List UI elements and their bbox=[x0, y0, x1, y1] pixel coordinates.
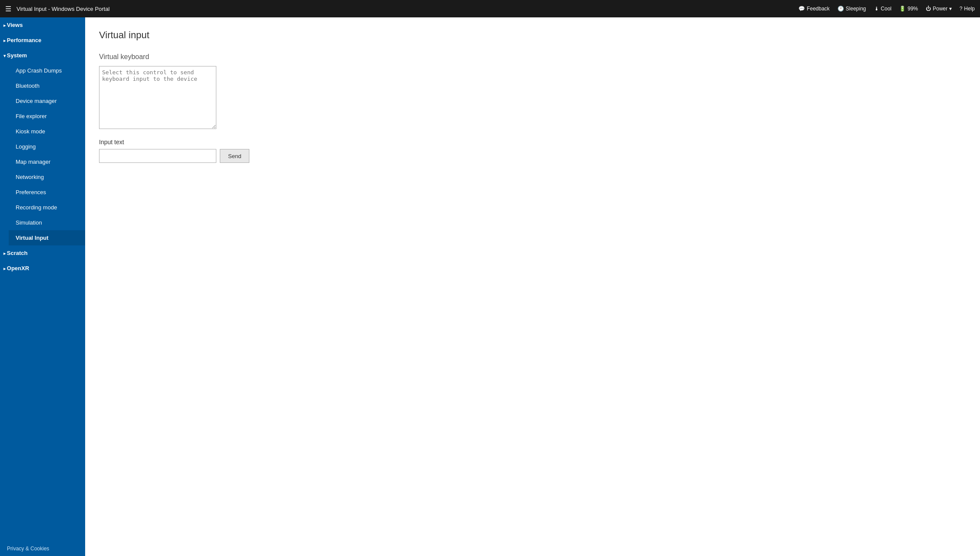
sidebar-item-preferences[interactable]: Preferences bbox=[9, 185, 85, 200]
sidebar-item-simulation[interactable]: Simulation bbox=[9, 215, 85, 230]
help-action[interactable]: ? Help bbox=[960, 6, 975, 12]
sidebar-item-recording-mode[interactable]: Recording mode bbox=[9, 200, 85, 215]
input-text-field[interactable] bbox=[99, 149, 216, 163]
sleeping-action[interactable]: 🕐 Sleeping bbox=[838, 6, 866, 12]
hamburger-menu[interactable]: ☰ bbox=[5, 5, 11, 13]
sleeping-label: Sleeping bbox=[846, 6, 866, 12]
cool-action[interactable]: 🌡 Cool bbox=[874, 6, 892, 12]
cool-label: Cool bbox=[881, 6, 892, 12]
input-text-row: Send bbox=[99, 149, 966, 163]
sidebar-item-file-explorer[interactable]: File explorer bbox=[9, 109, 85, 124]
sidebar-item-logging[interactable]: Logging bbox=[9, 139, 85, 154]
sidebar-item-views[interactable]: Views bbox=[0, 17, 85, 33]
sidebar-item-scratch[interactable]: Scratch bbox=[0, 245, 85, 261]
sleeping-icon: 🕐 bbox=[838, 6, 844, 12]
main-content: Virtual input Virtual keyboard Input tex… bbox=[85, 17, 980, 556]
virtual-keyboard-textarea[interactable] bbox=[99, 66, 216, 129]
sidebar-item-virtual-input[interactable]: Virtual Input bbox=[9, 230, 85, 245]
sidebar: ◀ Views Performance System App Crash Dum… bbox=[0, 17, 85, 556]
sidebar-item-system[interactable]: System bbox=[0, 48, 85, 63]
cool-icon: 🌡 bbox=[874, 6, 879, 12]
main-layout: ◀ Views Performance System App Crash Dum… bbox=[0, 17, 980, 556]
sidebar-collapse-button[interactable]: ◀ bbox=[83, 22, 85, 34]
power-icon: ⏻ bbox=[926, 6, 931, 12]
sidebar-item-device-manager[interactable]: Device manager bbox=[9, 93, 85, 109]
feedback-icon: 💬 bbox=[798, 6, 805, 12]
sidebar-item-app-crash-dumps[interactable]: App Crash Dumps bbox=[9, 63, 85, 78]
input-text-label: Input text bbox=[99, 139, 966, 146]
power-action[interactable]: ⏻ Power ▾ bbox=[926, 6, 951, 12]
sidebar-system-subitems: App Crash Dumps Bluetooth Device manager… bbox=[0, 63, 85, 245]
battery-label: 99% bbox=[907, 6, 918, 12]
feedback-action[interactable]: 💬 Feedback bbox=[798, 6, 830, 12]
sidebar-item-openxr[interactable]: OpenXR bbox=[0, 261, 85, 276]
virtual-keyboard-title: Virtual keyboard bbox=[99, 53, 966, 61]
titlebar-actions: 💬 Feedback 🕐 Sleeping 🌡 Cool 🔋 99% ⏻ Pow… bbox=[798, 6, 975, 12]
sidebar-item-performance[interactable]: Performance bbox=[0, 33, 85, 48]
feedback-label: Feedback bbox=[807, 6, 830, 12]
power-label: Power ▾ bbox=[933, 6, 951, 12]
battery-action[interactable]: 🔋 99% bbox=[899, 6, 918, 12]
sidebar-item-kiosk-mode[interactable]: Kiosk mode bbox=[9, 124, 85, 139]
help-label: Help bbox=[964, 6, 975, 12]
send-button[interactable]: Send bbox=[220, 149, 249, 163]
sidebar-item-bluetooth[interactable]: Bluetooth bbox=[9, 78, 85, 93]
page-title: Virtual input bbox=[99, 30, 966, 41]
sidebar-privacy-cookies[interactable]: Privacy & Cookies bbox=[0, 541, 85, 556]
battery-icon: 🔋 bbox=[899, 6, 906, 12]
sidebar-item-networking[interactable]: Networking bbox=[9, 169, 85, 185]
help-icon: ? bbox=[960, 6, 963, 12]
titlebar: ☰ Virtual Input - Windows Device Portal … bbox=[0, 0, 980, 17]
sidebar-item-map-manager[interactable]: Map manager bbox=[9, 154, 85, 169]
titlebar-title: Virtual Input - Windows Device Portal bbox=[17, 6, 798, 12]
